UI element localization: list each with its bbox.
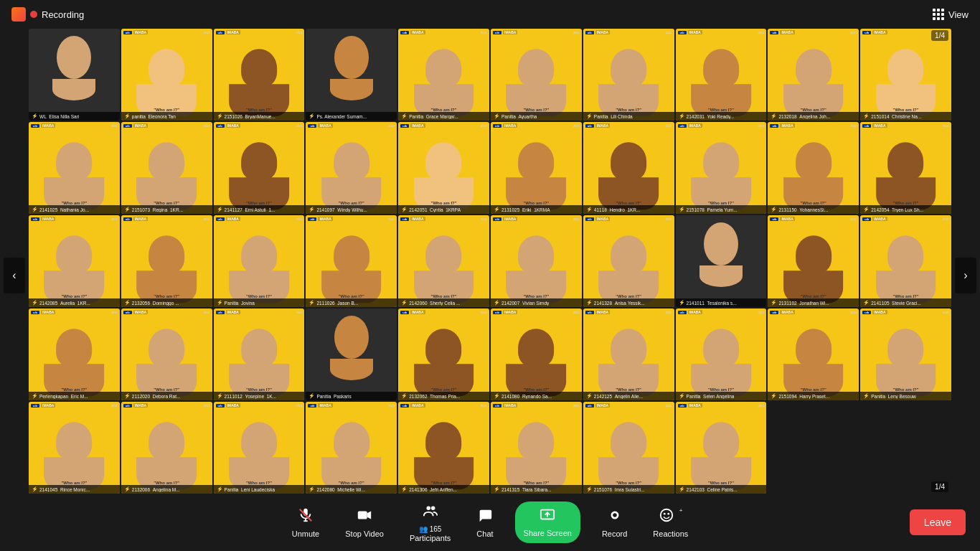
video-tile[interactable]: uib IMABA 2021 "Who am I?" ⚡ 2132018_Ang… [768,29,859,121]
app-icon [11,7,26,22]
video-tile[interactable]: uib IMABA 2021 "Who am I?" ⚡ 2151078_Pam… [676,122,767,214]
video-tile[interactable]: uib IMABA 2021 "Who am I?" ⚡ 2111026_Jas… [306,215,397,307]
video-tile[interactable]: ⚡ WL_Elisa Nilla Sari [29,29,120,121]
chat-icon [477,507,493,527]
video-tile[interactable]: uib IMABA 2021 "Who am I?" ⚡ 2151014_Chr… [860,29,951,121]
reactions-label: Reactions [653,529,688,538]
video-tile[interactable]: uib IMABA 2021 "Who am I?" ⚡ 2141315_Tia… [491,402,582,494]
video-tile[interactable]: uib IMABA 2021 "Who am I?" ⚡ Panitia_Jov… [214,215,305,307]
video-tile[interactable]: uib IMABA 2021 "Who am I?" ⚡ 2141097_Win… [306,122,397,214]
view-button[interactable]: View [933,9,969,20]
video-tile[interactable]: uib IMABA 2021 "Who am I?" ⚡ 2142080_Mic… [306,402,397,494]
video-tile[interactable]: uib IMABA 2021 "Who am I?" ⚡ Perlengkapa… [29,309,120,400]
toolbar: Unmute Stop Video 👥 165 Participants [0,494,980,551]
video-tile[interactable]: uib IMABA 2021 "Who am I?" ⚡ 2151073_Reg… [121,122,212,214]
video-tile[interactable]: uib IMABA 2021 "Who am I?" ⚡ 2142054_Try… [860,122,951,214]
video-tile[interactable]: uib IMABA 2021 "Who am I?" ⚡ Panitia_Len… [214,402,305,494]
video-tile[interactable]: uib IMABA 2021 "Who am I?" ⚡ 2112020_Deb… [121,309,212,400]
video-tile[interactable]: uib IMABA 2021 "Who am I?" ⚡ 2151094_Har… [768,309,859,400]
record-label: Record [602,529,627,538]
share-screen-label: Share Screen [524,529,572,537]
video-tile[interactable]: uib IMABA 2021 "Who am I?" ⚡ 2141080_Ryn… [491,309,582,400]
video-tile[interactable]: ⚡ Panitia_Paskaris [306,309,397,400]
page-indicator-top: 1/4 [931,30,948,41]
nav-right-arrow[interactable]: › [955,258,976,293]
svg-point-6 [431,506,435,510]
chat-button[interactable]: Chat [463,494,506,551]
share-screen-icon [540,507,555,527]
svg-point-10 [661,509,673,521]
video-tile[interactable]: uib IMABA 2021 "Who am I?" ⚡ 2141105_Ste… [860,215,951,307]
video-tile[interactable]: uib IMABA 2021 "Who am I?" ⚡ Panitia_Sel… [676,309,767,400]
video-tile[interactable]: uib IMABA 2021 "Who am I?" ⚡ 2131025_Eri… [491,122,582,214]
svg-rect-4 [358,511,367,519]
recording-dot [30,11,37,18]
video-tile[interactable]: uib IMABA 2021 "Who am I?" ⚡ Panitia_Gra… [398,29,489,121]
unmute-button[interactable]: Unmute [279,494,333,551]
chat-label: Chat [476,529,493,538]
participants-button[interactable]: 👥 165 Participants [397,494,463,551]
video-tile[interactable]: uib IMABA 2021 "Who am I?" ⚡ 2141328_Ani… [583,215,674,307]
record-button[interactable]: Record [589,494,640,551]
recording-indicator: Recording [11,7,84,22]
reactions-icon: + [659,507,682,527]
video-tile[interactable]: uib IMABA 2021 "Who am I?" ⚡ 2151026_Bry… [214,29,305,121]
svg-point-12 [668,512,670,514]
video-tile[interactable]: uib IMABA 2021 "Who am I?" ⚡ 41118_Hendr… [583,122,674,214]
reactions-button[interactable]: + Reactions [640,494,701,551]
video-tile[interactable]: uib IMABA 2021 "Who am I?" ⚡ 2132006_Ang… [121,402,212,494]
video-tile[interactable]: uib IMABA 2021 "Who am I?" ⚡ 2142007_Viv… [491,215,582,307]
video-tile[interactable]: uib IMABA 2021 "Who am I?" ⚡ panitia_Ele… [121,29,212,121]
view-label: View [948,9,969,20]
grid-icon [933,9,944,20]
video-grid: ⚡ WL_Elisa Nilla Sari uib IMABA 2021 "Wh… [29,29,951,494]
video-tile[interactable]: uib IMABA 2021 "Who am I?" ⚡ 2151076_Imr… [583,402,674,494]
svg-point-5 [426,506,430,510]
video-tile[interactable]: uib IMABA 2021 "Who am I?" ⚡ Panitia_Lil… [583,29,674,121]
svg-point-9 [613,513,617,517]
video-tile[interactable]: uib IMABA 2021 "Who am I?" ⚡ 2141025_Nat… [29,122,120,214]
mute-icon [298,507,314,527]
video-tile[interactable]: uib IMABA 2021 "Who am I?" ⚡ 2132062_Tho… [398,309,489,400]
participants-count: 165 [430,525,442,533]
video-tile[interactable]: uib IMABA 2021 "Who am I?" ⚡ 2142031_Yok… [676,29,767,121]
video-tile[interactable]: uib IMABA 2021 "Who am I?" ⚡ 2131102_Jon… [768,215,859,307]
video-tile[interactable]: uib IMABA 2021 "Who am I?" ⚡ 2141127_Ern… [214,122,305,214]
video-tile[interactable]: uib IMABA 2021 "Who am I?" ⚡ 2142051_Cyn… [398,122,489,214]
unmute-label: Unmute [292,529,320,538]
video-tile[interactable]: uib IMABA 2021 "Who am I?" ⚡ Panitia_Len… [860,309,951,400]
share-screen-button[interactable]: Share Screen [507,494,589,551]
participants-icon [423,503,438,522]
video-tile[interactable]: ⚡ 2141011_Tesalonika s... [676,215,767,307]
top-bar: Recording View [0,0,980,29]
recording-label: Recording [42,9,84,20]
video-tile[interactable]: uib IMABA 2021 "Who am I?" ⚡ Panitia_Ayu… [491,29,582,121]
record-icon [607,507,623,527]
video-tile[interactable]: uib IMABA 2021 "Who am I?" ⚡ 2111012_Yos… [214,309,305,400]
video-tile[interactable]: uib IMABA 2021 "Who am I?" ⚡ 2142085_Aur… [29,215,120,307]
video-tile[interactable]: uib IMABA 2021 "Who am I?" ⚡ 2142060_She… [398,215,489,307]
video-tile[interactable]: uib IMABA 2021 "Who am I?" ⚡ 2132056_Dom… [121,215,212,307]
participants-label: Participants [410,534,451,542]
stop-video-button[interactable]: Stop Video [332,494,397,551]
video-tile[interactable]: ⚡ Ps. Alexander Sumam... [306,29,397,121]
stop-video-label: Stop Video [345,529,384,538]
video-tile[interactable]: uib IMABA 2021 "Who am I?" ⚡ 2142125_Ang… [583,309,674,400]
video-tile[interactable]: uib IMABA 2021 "Who am I?" ⚡ 2131150_Yoh… [768,122,859,214]
video-tile[interactable]: uib IMABA 2021 "Who am I?" ⚡ 2141306_Jef… [398,402,489,494]
video-tile[interactable]: uib IMABA 2021 "Who am I?" ⚡ 2142103_Cel… [676,402,767,494]
video-tile[interactable]: uib IMABA 2021 "Who am I?" ⚡ 2141045_Rin… [29,402,120,494]
video-icon [357,507,372,527]
svg-point-11 [664,512,666,514]
nav-left-arrow[interactable]: ‹ [4,258,25,293]
page-indicator-bottom: 1/4 [931,481,948,492]
leave-button[interactable]: Leave [910,509,966,535]
